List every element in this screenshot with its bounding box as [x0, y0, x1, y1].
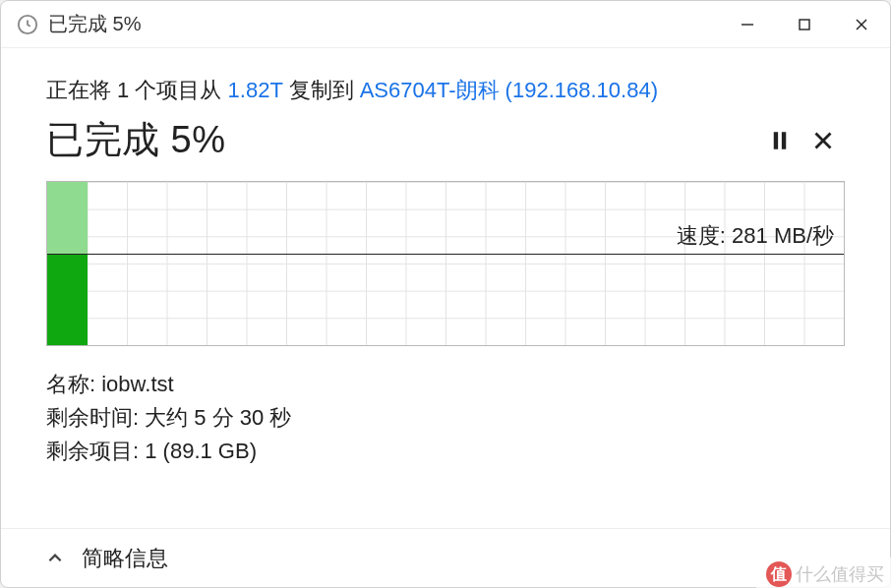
- copy-description: 正在将 1 个项目从 1.82T 复制到 AS6704T-朗科 (192.168…: [46, 76, 845, 105]
- pause-button[interactable]: [758, 119, 802, 162]
- detail-time: 剩余时间: 大约 5 分 30 秒: [46, 401, 845, 435]
- toggle-label: 简略信息: [82, 544, 168, 573]
- titlebar: 已完成 5%: [1, 1, 890, 48]
- detail-time-label: 剩余时间:: [46, 405, 145, 430]
- chart-grid: [47, 182, 844, 345]
- dialog-body: 正在将 1 个项目从 1.82T 复制到 AS6704T-朗科 (192.168…: [1, 48, 890, 528]
- chevron-up-icon: [46, 550, 64, 567]
- source-link[interactable]: 1.82T: [228, 78, 283, 102]
- watermark-badge: 值: [766, 561, 792, 587]
- progress-heading: 已完成 5%: [46, 115, 758, 165]
- watermark-text: 什么值得买: [796, 562, 884, 586]
- svg-rect-5: [774, 132, 778, 149]
- speed-chart: 速度: 281 MB/秒: [46, 181, 845, 346]
- chart-speed-fill: [47, 254, 88, 345]
- svg-rect-6: [782, 132, 786, 149]
- speed-label: 速度: 281 MB/秒: [677, 221, 834, 251]
- close-button[interactable]: [833, 1, 890, 47]
- watermark: 值 什么值得买: [756, 558, 891, 588]
- detail-time-value: 大约 5 分 30 秒: [145, 405, 291, 430]
- cancel-button[interactable]: [802, 119, 845, 162]
- detail-name: 名称: iobw.tst: [46, 368, 845, 401]
- details: 名称: iobw.tst 剩余时间: 大约 5 分 30 秒 剩余项目: 1 (…: [46, 368, 845, 468]
- detail-items-value: 1 (89.1 GB): [145, 439, 257, 463]
- detail-name-value: iobw.tst: [101, 372, 173, 396]
- maximize-button[interactable]: [776, 1, 833, 47]
- window-title: 已完成 5%: [48, 11, 719, 37]
- svg-rect-2: [800, 20, 809, 29]
- copy-prefix: 正在将 1 个项目从: [46, 78, 228, 102]
- copy-mid: 复制到: [282, 78, 359, 102]
- detail-name-label: 名称:: [46, 372, 101, 396]
- detail-items: 剩余项目: 1 (89.1 GB): [46, 435, 845, 468]
- window-controls: [719, 1, 890, 47]
- clock-icon: [17, 14, 38, 35]
- copy-dialog-window: 已完成 5% 正在将 1 个项目从 1.82T 复制到 AS6704T-朗科 (…: [0, 0, 891, 588]
- dest-link[interactable]: AS6704T-朗科 (192.168.10.84): [360, 78, 658, 102]
- minimize-button[interactable]: [719, 1, 776, 47]
- chart-speed-line: [47, 254, 844, 255]
- heading-row: 已完成 5%: [46, 115, 845, 165]
- detail-items-label: 剩余项目:: [46, 439, 145, 463]
